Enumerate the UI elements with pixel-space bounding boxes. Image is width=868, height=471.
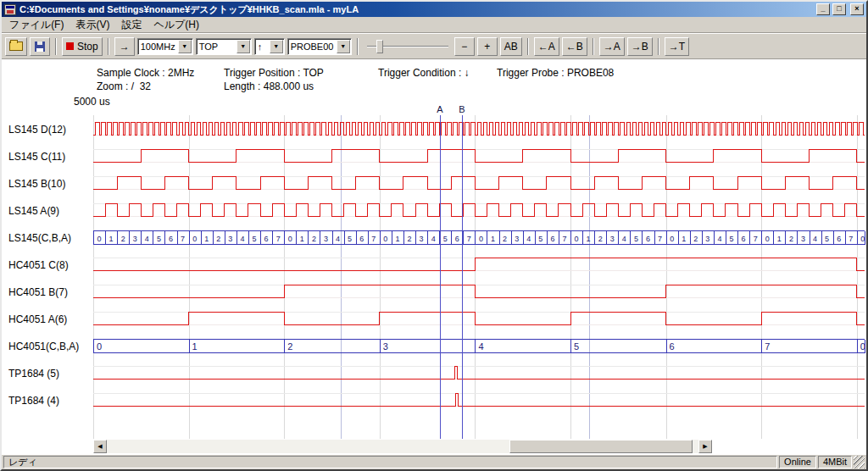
menu-view[interactable]: 表示(V)	[70, 16, 115, 34]
toolbar: Stop → 100MHz ▼ TOP ▼ ↑ ▼ PROBE00 ▼ − + …	[2, 33, 866, 59]
toolbar-separator	[593, 38, 594, 55]
resize-grip[interactable]	[854, 456, 865, 468]
svg-text:5: 5	[538, 235, 542, 243]
stop-button[interactable]: Stop	[62, 37, 103, 56]
svg-text:7: 7	[276, 235, 281, 243]
chevron-down-icon[interactable]: ▼	[337, 40, 350, 53]
trigger-condition-label: Trigger Condition : ↓	[378, 67, 470, 79]
ab-button[interactable]: AB	[500, 37, 522, 56]
svg-text:2: 2	[121, 235, 125, 243]
menu-help[interactable]: ヘルプ(H)	[147, 16, 205, 34]
svg-text:1: 1	[300, 235, 304, 243]
trigger-edge-select[interactable]: ↑ ▼	[254, 38, 285, 55]
scrollbar-track[interactable]	[107, 440, 698, 453]
svg-text:2: 2	[216, 235, 220, 243]
status-bar: レディ Online 4MBit	[2, 455, 866, 469]
zoom-label: Zoom : / 32	[97, 80, 151, 92]
zoom-slider[interactable]	[367, 39, 448, 54]
goto-trigger-button[interactable]: →T	[665, 37, 689, 56]
toolbar-separator	[357, 38, 359, 55]
svg-text:2: 2	[789, 235, 793, 243]
svg-text:1: 1	[682, 235, 686, 243]
scroll-right-icon[interactable]: ▶	[698, 440, 712, 453]
svg-text:5: 5	[348, 235, 352, 243]
menu-bar: ファイル(F) 表示(V) 設定 ヘルプ(H)	[2, 17, 866, 33]
zoom-out-button[interactable]: −	[454, 37, 475, 56]
svg-text:6: 6	[550, 235, 554, 243]
svg-text:2: 2	[407, 235, 411, 243]
svg-text:3: 3	[610, 235, 615, 243]
svg-text:6: 6	[742, 235, 746, 243]
run-button[interactable]: →	[114, 37, 135, 56]
status-ready: レディ	[3, 456, 777, 468]
svg-text:7: 7	[658, 235, 662, 243]
open-button[interactable]	[5, 37, 27, 56]
svg-text:0: 0	[670, 235, 674, 243]
svg-text:0: 0	[765, 235, 770, 243]
toolbar-separator	[55, 38, 57, 55]
chevron-down-icon[interactable]: ▼	[270, 40, 283, 53]
channel-label: HC4051 B(7)	[8, 285, 68, 299]
svg-text:5: 5	[730, 235, 734, 243]
svg-text:2: 2	[503, 235, 507, 243]
clock-select-value: 100MHz	[138, 42, 178, 52]
trigger-edge-value: ↑	[255, 42, 270, 52]
app-window: C:¥Documents and Settings¥noname¥デスクトップ¥…	[0, 0, 868, 471]
minimize-button[interactable]: _	[816, 3, 830, 15]
menu-file[interactable]: ファイル(F)	[3, 16, 70, 34]
goto-b-left-button[interactable]: ←B	[562, 37, 587, 56]
zoom-slider-thumb[interactable]	[376, 40, 383, 53]
trigger-position-value: TOP	[197, 42, 236, 52]
svg-text:3: 3	[383, 341, 388, 352]
maximize-button[interactable]: □	[832, 3, 846, 15]
open-folder-icon	[9, 42, 23, 51]
goto-b-right-button[interactable]: →B	[627, 37, 653, 56]
svg-text:0: 0	[575, 235, 579, 243]
svg-text:2: 2	[693, 235, 698, 243]
title-bar[interactable]: C:¥Documents and Settings¥noname¥デスクトップ¥…	[2, 2, 866, 17]
probe-select[interactable]: PROBE00 ▼	[287, 38, 352, 55]
svg-text:3: 3	[324, 235, 328, 243]
goto-a-right-button[interactable]: →A	[599, 37, 625, 56]
svg-text:0: 0	[383, 235, 387, 243]
svg-text:7: 7	[849, 235, 853, 243]
svg-text:0: 0	[288, 235, 292, 243]
svg-text:0: 0	[97, 341, 102, 352]
close-button[interactable]: ×	[850, 3, 864, 15]
svg-text:1: 1	[109, 235, 114, 243]
status-online: Online	[779, 456, 816, 468]
scrollbar-thumb[interactable]	[509, 440, 693, 453]
svg-text:2: 2	[598, 235, 603, 243]
waveform-plot[interactable]: 0123456701234567012345670123456701234567…	[93, 103, 866, 442]
svg-text:0: 0	[479, 235, 483, 243]
svg-text:6: 6	[670, 341, 675, 352]
clock-select[interactable]: 100MHz ▼	[137, 38, 193, 55]
chevron-down-icon[interactable]: ▼	[236, 40, 250, 53]
save-button[interactable]	[30, 37, 50, 56]
svg-text:B: B	[459, 104, 465, 114]
channel-label: HC4051(C,B,A)	[8, 340, 79, 353]
save-floppy-icon	[35, 42, 45, 52]
horizontal-scrollbar[interactable]: ◀ ▶	[93, 440, 712, 453]
svg-text:6: 6	[455, 235, 459, 243]
goto-a-left-button[interactable]: ←A	[534, 37, 559, 56]
channel-label: HC4051 C(8)	[8, 258, 69, 272]
waveform-area: LS145 D(12)LS145 C(11)LS145 B(10)LS145 A…	[2, 103, 866, 442]
svg-text:1: 1	[192, 341, 198, 352]
trigger-position-select[interactable]: TOP ▼	[196, 38, 252, 55]
svg-text:0: 0	[97, 235, 102, 243]
svg-text:A: A	[437, 104, 443, 114]
svg-text:2: 2	[287, 341, 292, 352]
channel-label: LS145 D(12)	[8, 123, 66, 136]
toolbar-separator	[527, 38, 529, 55]
svg-text:3: 3	[133, 235, 137, 243]
svg-text:3: 3	[420, 235, 424, 243]
svg-text:0: 0	[860, 235, 865, 243]
chevron-down-icon[interactable]: ▼	[178, 40, 192, 53]
svg-text:2: 2	[312, 235, 316, 243]
menu-settings[interactable]: 設定	[115, 16, 147, 34]
svg-text:7: 7	[754, 235, 758, 243]
zoom-in-button[interactable]: +	[477, 37, 498, 56]
svg-text:4: 4	[717, 235, 721, 243]
scroll-left-icon[interactable]: ◀	[93, 440, 107, 453]
